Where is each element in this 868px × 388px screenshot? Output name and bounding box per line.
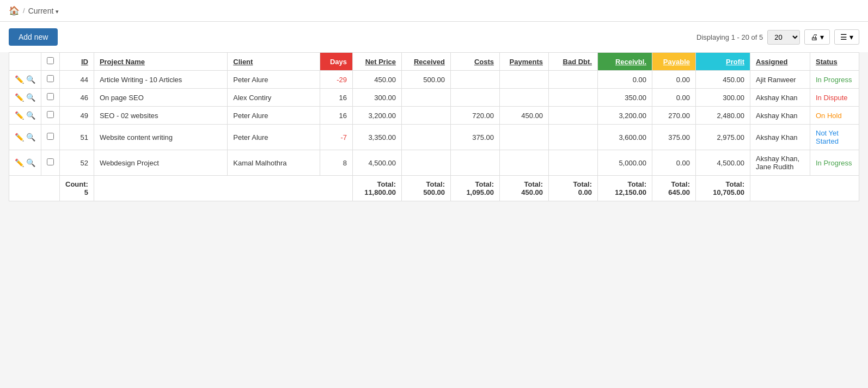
- footer-bad-dbt: Total:0.00: [549, 176, 598, 201]
- breadcrumb-caret: ▾: [56, 8, 59, 15]
- row-costs: 375.00: [451, 125, 500, 150]
- view-icon[interactable]: 🔍: [26, 111, 35, 120]
- edit-icon[interactable]: ✏️: [15, 111, 24, 120]
- row-client: Peter Alure: [228, 125, 320, 150]
- row-project-name: Article Writing - 10 Articles: [94, 71, 227, 89]
- footer-costs: Total:1,095.00: [451, 176, 500, 201]
- row-status: In Dispute: [810, 89, 859, 107]
- row-bad-dbt: [549, 125, 598, 150]
- footer-received: Total:500.00: [402, 176, 451, 201]
- row-bad-dbt: [549, 71, 598, 89]
- row-checkbox[interactable]: [47, 93, 54, 100]
- print-button[interactable]: 🖨 ▾: [804, 29, 830, 45]
- row-receivbl: 5,000.00: [598, 150, 652, 176]
- per-page-select[interactable]: 20 10 50 100: [767, 30, 800, 45]
- add-new-button[interactable]: Add new: [9, 28, 58, 46]
- row-received: [402, 150, 451, 176]
- row-payments: [500, 150, 549, 176]
- row-bad-dbt: [549, 89, 598, 107]
- th-actions: [9, 53, 41, 71]
- row-assigned: Akshay Khan: [750, 107, 810, 125]
- row-actions: ✏️ 🔍: [9, 125, 41, 150]
- row-project-name: On page SEO: [94, 89, 227, 107]
- th-payments[interactable]: Payments: [500, 53, 549, 71]
- row-client: Alex Contiry: [228, 89, 320, 107]
- row-payable: 375.00: [652, 125, 696, 150]
- row-received: [402, 107, 451, 125]
- row-net-price: 3,350.00: [353, 125, 402, 150]
- row-profit: 2,975.00: [696, 125, 750, 150]
- row-checkbox-cell: [41, 107, 60, 125]
- row-client: Peter Alure: [228, 71, 320, 89]
- footer-receivbl: Total:12,150.00: [598, 176, 652, 201]
- table-row: ✏️ 🔍 44 Article Writing - 10 Articles Pe…: [9, 71, 859, 89]
- th-bad-dbt[interactable]: Bad Dbt.: [549, 53, 598, 71]
- th-id[interactable]: ID: [60, 53, 94, 71]
- row-project-name: SEO - 02 websites: [94, 107, 227, 125]
- th-days[interactable]: Days: [320, 53, 353, 71]
- row-checkbox-cell: [41, 150, 60, 176]
- row-checkbox[interactable]: [47, 75, 54, 82]
- row-receivbl: 0.00: [598, 71, 652, 89]
- row-bad-dbt: [549, 107, 598, 125]
- edit-icon[interactable]: ✏️: [15, 75, 24, 84]
- row-checkbox[interactable]: [47, 158, 54, 165]
- view-icon[interactable]: 🔍: [26, 133, 35, 141]
- edit-icon[interactable]: ✏️: [15, 158, 24, 167]
- th-payable[interactable]: Payable: [652, 53, 696, 71]
- table-wrapper: ID Project Name Client Days Net Price Re…: [0, 52, 868, 210]
- row-project-name: Website content writing: [94, 125, 227, 150]
- row-days: 16: [320, 89, 353, 107]
- th-received[interactable]: Received: [402, 53, 451, 71]
- row-receivbl: 3,600.00: [598, 125, 652, 150]
- th-receivbl[interactable]: Receivbl.: [598, 53, 652, 71]
- edit-icon[interactable]: ✏️: [15, 133, 24, 141]
- row-status: On Hold: [810, 107, 859, 125]
- row-checkbox-cell: [41, 71, 60, 89]
- row-receivbl: 3,200.00: [598, 107, 652, 125]
- home-icon[interactable]: 🏠: [9, 5, 20, 16]
- row-payments: [500, 89, 549, 107]
- columns-button[interactable]: ☰ ▾: [834, 29, 859, 45]
- select-all-checkbox[interactable]: [47, 57, 54, 64]
- row-days: -7: [320, 125, 353, 150]
- table-row: ✏️ 🔍 46 On page SEO Alex Contiry 16 300.…: [9, 89, 859, 107]
- row-assigned: Akshay Khan, Jane Rudith: [750, 150, 810, 176]
- row-client: Kamal Malhothra: [228, 150, 320, 176]
- row-status: Not Yet Started: [810, 125, 859, 150]
- footer-payable: Total:645.00: [652, 176, 696, 201]
- th-status[interactable]: Status: [810, 53, 859, 71]
- row-id: 46: [60, 89, 94, 107]
- row-checkbox[interactable]: [47, 111, 54, 118]
- table-header-row: ID Project Name Client Days Net Price Re…: [9, 53, 859, 71]
- row-status: In Progress: [810, 150, 859, 176]
- th-costs[interactable]: Costs: [451, 53, 500, 71]
- row-checkbox[interactable]: [47, 133, 54, 140]
- view-icon[interactable]: 🔍: [26, 158, 35, 167]
- row-id: 49: [60, 107, 94, 125]
- row-profit: 2,480.00: [696, 107, 750, 125]
- row-actions: ✏️ 🔍: [9, 71, 41, 89]
- view-icon[interactable]: 🔍: [26, 93, 35, 102]
- projects-table: ID Project Name Client Days Net Price Re…: [9, 52, 859, 201]
- row-checkbox-cell: [41, 125, 60, 150]
- row-net-price: 450.00: [353, 71, 402, 89]
- row-id: 51: [60, 125, 94, 150]
- top-bar: 🏠 / Current ▾: [0, 0, 868, 22]
- row-actions: ✏️ 🔍: [9, 107, 41, 125]
- th-check: [41, 53, 60, 71]
- row-profit: 4,500.00: [696, 150, 750, 176]
- row-payments: 450.00: [500, 107, 549, 125]
- row-costs: [451, 150, 500, 176]
- breadcrumb-current[interactable]: Current ▾: [28, 7, 59, 15]
- th-net-price[interactable]: Net Price: [353, 53, 402, 71]
- th-client[interactable]: Client: [228, 53, 320, 71]
- th-assigned[interactable]: Assigned: [750, 53, 810, 71]
- row-costs: 720.00: [451, 107, 500, 125]
- row-payments: [500, 71, 549, 89]
- row-costs: [451, 89, 500, 107]
- th-project-name[interactable]: Project Name: [94, 53, 227, 71]
- edit-icon[interactable]: ✏️: [15, 93, 24, 102]
- th-profit[interactable]: Profit: [696, 53, 750, 71]
- view-icon[interactable]: 🔍: [26, 75, 35, 84]
